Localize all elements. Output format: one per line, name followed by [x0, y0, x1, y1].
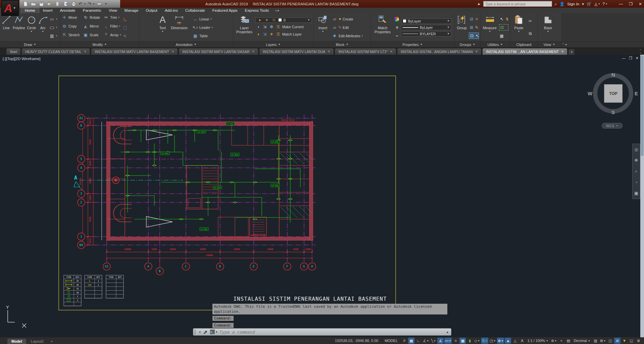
space-indicator[interactable]: MODEL	[382, 339, 401, 343]
copy-button[interactable]: ⧉Copy	[62, 23, 80, 29]
object-color-select[interactable]: ByLayer▼	[401, 18, 451, 24]
batch-plot-icon[interactable]	[97, 1, 103, 7]
file-tab-5[interactable]: INSTALASI SISTIM MATV LT1*✕	[335, 48, 396, 55]
file-tab-4[interactable]: INSTALASI SISTIM MATV LANTAI DUA✕	[259, 48, 334, 55]
group-selection-toggle[interactable]: ⊡↖	[469, 33, 479, 39]
mirror-button[interactable]: ◭Mirror	[83, 23, 100, 29]
command-input[interactable]	[219, 330, 444, 335]
lineweight-icon[interactable]: ≡	[452, 338, 459, 344]
new-file-icon[interactable]	[22, 1, 28, 7]
linetype-select[interactable]: BYLAYER▼	[401, 31, 451, 37]
minimize-button[interactable]: —	[619, 2, 623, 6]
sign-in-caret-icon[interactable]: ▾	[582, 2, 584, 6]
command-recent-caret-icon[interactable]: ▼	[216, 331, 217, 334]
file-tab-0[interactable]: Start	[6, 48, 21, 55]
pan-icon[interactable]: ✥	[635, 158, 638, 163]
object-snap-icon[interactable]: ▭▼	[444, 338, 452, 344]
search-binoculars-icon[interactable]: ⌕	[555, 2, 557, 6]
dynamic-ucs-icon[interactable]: ⇅▼	[481, 338, 488, 344]
menu-tab-home[interactable]: Home	[21, 8, 39, 13]
arc-button[interactable]: Arc▼	[38, 14, 48, 41]
edit-attributes-button[interactable]: ❖Edit Attributes▾	[332, 33, 363, 39]
new-drawing-tab-button[interactable]: +	[568, 49, 575, 55]
file-tab-1[interactable]: HEAVY DUTY CLEAN OUT DETAIL✕	[21, 48, 90, 55]
group-button[interactable]: Group	[456, 14, 467, 41]
menu-tab-insert[interactable]: Insert	[39, 8, 56, 13]
restore-button[interactable]: ❐	[629, 2, 633, 6]
linetype-list-icon[interactable]: ┅	[394, 33, 400, 39]
menu-tab-parametric[interactable]: Parametric	[79, 8, 105, 13]
ungroup-icon[interactable]: ⊟✕	[469, 16, 479, 22]
base-button[interactable]: Base▼	[539, 14, 557, 41]
menu-tab-view[interactable]: View	[105, 8, 121, 13]
drawing-canvas[interactable]: 1000010008000800080008000400020004900020…	[0, 55, 644, 337]
ribbon-minimize-icon[interactable]: ⌃ ▾	[562, 43, 567, 46]
search-input[interactable]	[483, 1, 552, 7]
calculator-icon[interactable]: ▦	[499, 33, 508, 39]
tab-close-icon[interactable]: ✕	[252, 50, 254, 53]
clean-screen-icon[interactable]: ◱	[628, 338, 635, 344]
open-folder-icon[interactable]	[30, 1, 36, 7]
modify-panel-label[interactable]: Modify▼	[60, 42, 139, 47]
draw-panel-label[interactable]: Draw▼	[0, 42, 60, 47]
command-bar[interactable]: ✕ >_ ▼ ▲	[193, 328, 451, 336]
steering-wheel-icon[interactable]: ◎	[634, 147, 638, 152]
annotation-add-icon[interactable]: +	[558, 338, 564, 344]
redo-caret-icon[interactable]: ▾	[93, 2, 95, 5]
stretch-button[interactable]: ⇱Stretch	[62, 32, 80, 38]
quick-properties-icon[interactable]: ▥	[592, 338, 599, 344]
group-edit-icon[interactable]: ⊞✎	[469, 24, 479, 31]
menu-tab-output[interactable]: Output	[142, 8, 161, 13]
save-icon[interactable]	[38, 1, 44, 7]
view-panel-label[interactable]: View▼	[538, 42, 561, 47]
command-customize-wrench-icon[interactable]	[203, 330, 209, 334]
workspace-gear-icon[interactable]: ⊛▼	[550, 338, 557, 344]
close-button[interactable]: ✕	[639, 2, 642, 6]
menu-tab-annotate[interactable]: Annotate	[56, 8, 79, 13]
array-button[interactable]: ⠛Array▾	[103, 32, 121, 38]
viewcube[interactable]: N W E S TOP	[592, 72, 634, 114]
lineweight-select[interactable]: ByLayer▼	[401, 25, 451, 30]
text-button[interactable]: A Text▼	[159, 14, 166, 41]
layer-select[interactable]: ●☀⚿ 0 ▼	[255, 17, 312, 23]
tab-close-icon[interactable]: ✕	[84, 50, 87, 53]
edit-block-button[interactable]: ▱✎Edit	[332, 24, 363, 31]
polyline-button[interactable]: Polyline	[13, 14, 25, 41]
quick-select-icon[interactable]: ↖↯	[499, 16, 508, 22]
menu-tab-add-ins[interactable]: Add-ins	[161, 8, 182, 13]
tab-close-icon[interactable]: ✕	[390, 50, 393, 53]
zoom-icon[interactable]: ⌕	[635, 168, 637, 174]
paste-button[interactable]: Paste▼	[511, 14, 526, 41]
drawing-viewport[interactable]: [-][Top][2D Wireframe] — ❐ ✕	[0, 55, 644, 337]
annotation-scale-control[interactable]: 1:1 / 100%▼	[526, 339, 550, 343]
model-tab[interactable]: Model	[7, 339, 26, 344]
isolate-objects-icon[interactable]: ⊘	[614, 338, 621, 344]
lock-ui-icon[interactable]: ⊞▼	[599, 338, 606, 344]
measure-button[interactable]: Measure▼	[482, 14, 498, 41]
qat-overflow-caret-icon[interactable]: ▼	[105, 2, 107, 5]
dynamic-input-icon[interactable]: ◳▼	[489, 338, 496, 344]
move-button[interactable]: ✛Move	[62, 14, 80, 20]
block-panel-label[interactable]: Block▼	[314, 42, 371, 47]
scale-button[interactable]: ▣Scale	[83, 32, 100, 38]
object-snap-tracking-icon[interactable]: ∡	[437, 338, 444, 344]
linear-dimension-button[interactable]: ↔Linear▾	[193, 16, 213, 22]
annotation-units-icon[interactable]: A	[519, 338, 525, 344]
doc-minimize-button[interactable]: —	[622, 56, 626, 60]
selection-cycling-icon[interactable]: ▮	[466, 338, 473, 344]
sign-in-button[interactable]: Sign In	[567, 2, 579, 6]
app-store-cart-icon[interactable]: 🛒	[587, 2, 592, 6]
properties-panel-label[interactable]: Properties▼	[371, 42, 455, 47]
polar-tracking-icon[interactable]: ∠▼	[422, 338, 430, 344]
copy-clip-icon[interactable]: ⧉	[528, 31, 533, 37]
units-control[interactable]: Decimal▼	[572, 339, 592, 343]
rotate-button[interactable]: ↻Rotate	[83, 14, 100, 20]
file-tab-6[interactable]: INSTALASI SISTIM...ANGAN LAMPU TAMAN✕	[397, 48, 482, 55]
isometric-drafting-icon[interactable]: ╲▼	[430, 338, 437, 344]
layer-properties-button[interactable]: Layer Properties	[235, 14, 254, 41]
plot-icon[interactable]	[70, 1, 77, 7]
showmotion-icon[interactable]: ▣	[634, 191, 638, 196]
dimension-button[interactable]: Dimension	[167, 14, 191, 41]
cut-icon[interactable]: ✂	[528, 18, 533, 24]
menu-tab-collaborate[interactable]: Collaborate	[182, 8, 209, 13]
